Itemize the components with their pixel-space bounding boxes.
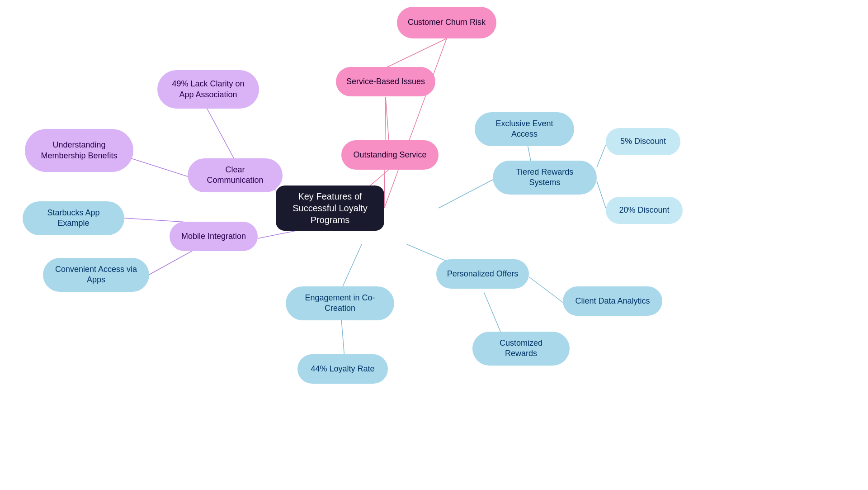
node-personalized-offers: Personalized Offers: [436, 259, 529, 289]
svg-line-16: [529, 277, 565, 304]
svg-line-4: [386, 97, 389, 140]
node-5-discount: 5% Discount: [606, 128, 680, 155]
svg-line-12: [528, 145, 531, 163]
node-44-loyalty-rate: 44% Loyalty Rate: [297, 354, 388, 384]
node-engagement-co-creation: Engagement in Co-Creation: [286, 286, 394, 320]
node-understanding-membership: Understanding Membership Benefits: [25, 129, 133, 172]
node-clear-communication: Clear Communication: [188, 158, 283, 192]
node-customized-rewards: Customized Rewards: [472, 332, 570, 366]
node-service-based-issues: Service-Based Issues: [336, 67, 435, 96]
svg-line-0: [384, 38, 447, 208]
node-20-discount: 20% Discount: [606, 197, 683, 224]
svg-line-6: [207, 109, 235, 161]
node-outstanding-service: Outstanding Service: [341, 140, 439, 170]
svg-line-19: [341, 319, 344, 357]
svg-line-11: [439, 177, 497, 208]
connections-svg: [0, 0, 868, 490]
node-tiered-rewards: Tiered Rewards Systems: [493, 161, 597, 195]
node-exclusive-event: Exclusive Event Access: [475, 112, 574, 146]
node-mobile-integration: Mobile Integration: [170, 222, 258, 251]
node-customer-churn-risk: Customer Churn Risk: [397, 7, 496, 38]
svg-line-7: [131, 158, 188, 176]
svg-line-18: [341, 244, 362, 290]
svg-line-13: [597, 145, 606, 167]
svg-line-14: [597, 181, 606, 208]
mind-map: Key Features of Successful Loyalty Progr…: [0, 0, 868, 490]
node-49-lack-clarity: 49% Lack Clarity on App Association: [157, 70, 259, 109]
node-convenient-access: Convenient Access via Apps: [43, 258, 149, 292]
center-node: Key Features of Successful Loyalty Progr…: [276, 186, 384, 231]
svg-line-3: [386, 38, 447, 68]
node-client-data-analytics: Client Data Analytics: [563, 286, 662, 316]
node-starbucks-app: Starbucks App Example: [23, 201, 124, 235]
svg-line-17: [484, 292, 502, 335]
